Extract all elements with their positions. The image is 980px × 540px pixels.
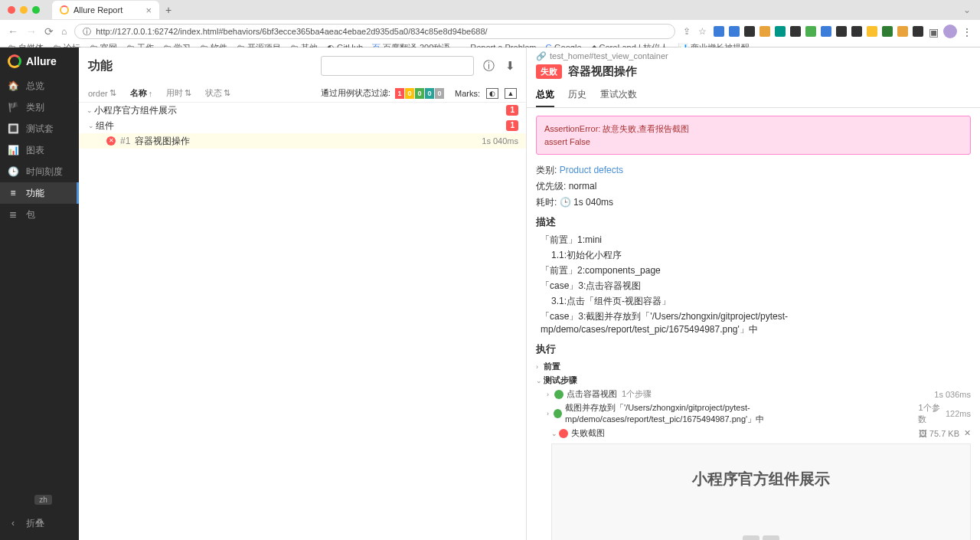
list-icon: ≡ bbox=[8, 188, 18, 198]
ext-icon[interactable] bbox=[760, 26, 770, 37]
sidebar-collapse[interactable]: ‹折叠 bbox=[0, 512, 79, 534]
sort-status[interactable]: 状态 ⇅ bbox=[205, 87, 230, 99]
ext-icon[interactable] bbox=[836, 26, 847, 37]
sidebar-item-overview[interactable]: 🏠总览 bbox=[0, 75, 79, 97]
logo[interactable]: Allure bbox=[0, 47, 79, 75]
info-icon[interactable]: ⓘ bbox=[482, 59, 495, 73]
new-tab-button[interactable]: + bbox=[165, 4, 172, 16]
ext-icon[interactable] bbox=[913, 26, 923, 37]
sort-order[interactable]: order ⇅ bbox=[88, 88, 116, 98]
traffic-min[interactable] bbox=[20, 6, 28, 14]
sidebar-item-suites[interactable]: 🔳测试套 bbox=[0, 118, 79, 139]
ext-icon[interactable] bbox=[775, 26, 786, 37]
desc-line: 1.1:初始化小程序 bbox=[536, 249, 971, 262]
chevron-down-icon[interactable]: ⌄ bbox=[963, 5, 971, 15]
sidebar-item-categories[interactable]: 🏴类别 bbox=[0, 97, 79, 118]
tab-history[interactable]: 历史 bbox=[568, 83, 586, 107]
ext-icon[interactable] bbox=[821, 26, 831, 37]
chevron-right-icon: › bbox=[536, 363, 544, 371]
status-passed-icon bbox=[554, 390, 564, 399]
status-filter-badges[interactable]: 1 0 0 0 0 bbox=[395, 88, 444, 99]
exec-step[interactable]: › 点击容器视图 1个步骤 1s 036ms bbox=[536, 388, 971, 400]
link-icon: 🔗 bbox=[536, 51, 547, 61]
share-icon[interactable]: ⇪ bbox=[683, 26, 694, 37]
sidebar-item-graphs[interactable]: 📊图表 bbox=[0, 139, 79, 161]
tree-feature-row[interactable]: ⌄ 小程序官方组件展示 1 bbox=[79, 103, 526, 118]
ext-icon[interactable] bbox=[805, 26, 816, 37]
allure-logo-icon bbox=[8, 54, 21, 68]
close-icon[interactable]: ✕ bbox=[964, 428, 971, 438]
forward-button[interactable]: → bbox=[26, 25, 37, 38]
tab-close-icon[interactable]: × bbox=[145, 5, 152, 16]
ext-icon[interactable] bbox=[851, 26, 862, 37]
detail-panel: 🔗 test_home#test_view_container 失败 容器视图操… bbox=[527, 47, 980, 540]
language-switch[interactable]: zh bbox=[34, 495, 52, 505]
tree-label: 容器视图操作 bbox=[135, 135, 190, 148]
detail-body[interactable]: AssertionError: 故意失败,查看报告截图 assert False… bbox=[527, 108, 980, 540]
sidebar-item-packages[interactable]: ≣包 bbox=[0, 204, 79, 225]
exec-steps-group[interactable]: ⌄ 测试步骤 bbox=[536, 375, 971, 386]
kebab-menu-icon[interactable]: ⋮ bbox=[962, 26, 972, 37]
tree-test-row[interactable]: ✕ #1 容器视图操作 1s 040ms bbox=[79, 133, 526, 149]
desc-line: 「case」3:截图并存放到「'/Users/zhongxin/gitproje… bbox=[536, 310, 971, 336]
traffic-max[interactable] bbox=[32, 6, 40, 14]
tab-retries[interactable]: 重试次数 bbox=[600, 83, 637, 107]
home-button[interactable]: ⌂ bbox=[61, 26, 67, 37]
breadcrumb-text: test_home#test_view_container bbox=[550, 51, 668, 61]
ext-icon[interactable] bbox=[744, 26, 755, 37]
back-button[interactable]: ← bbox=[8, 25, 18, 38]
browser-chrome: Allure Report × + ⌄ ← → ⟳ ⌂ ⓘ http://127… bbox=[0, 0, 980, 47]
address-bar[interactable]: ⓘ http://127.0.0.1:62742/index.html#beha… bbox=[74, 24, 675, 39]
search-input[interactable] bbox=[321, 56, 474, 76]
ext-icon[interactable] bbox=[729, 26, 740, 37]
layers-icon: ≣ bbox=[8, 209, 18, 220]
chevron-right-icon: › bbox=[547, 410, 554, 417]
tab-overview[interactable]: 总览 bbox=[536, 83, 554, 107]
sort-up-icon: ↑ bbox=[149, 89, 153, 98]
download-icon[interactable]: ⬇ bbox=[503, 59, 517, 73]
filter-broken[interactable]: 0 bbox=[405, 88, 414, 99]
ext-icon[interactable] bbox=[867, 26, 877, 37]
tree-panel: 功能 ⓘ ⬇ order ⇅ 名称 ↑ 用时 ⇅ 状态 ⇅ 通过用例状态过滤: … bbox=[79, 47, 527, 540]
traffic-close[interactable] bbox=[8, 6, 15, 14]
mark-new-icon[interactable]: ▲ bbox=[505, 88, 517, 99]
filter-passed[interactable]: 0 bbox=[415, 88, 424, 99]
browser-tab[interactable]: Allure Report × bbox=[52, 1, 159, 19]
profile-avatar[interactable] bbox=[943, 25, 957, 38]
extensions-menu-icon[interactable]: ▣ bbox=[928, 26, 939, 37]
filter-unknown[interactable]: 0 bbox=[435, 88, 444, 99]
sidebar-item-timeline[interactable]: 🕒时间刻度 bbox=[0, 161, 79, 182]
chevron-down-icon: ⌄ bbox=[88, 122, 96, 129]
window-controls[interactable] bbox=[0, 6, 47, 14]
clock-icon: 🕒 bbox=[560, 197, 571, 208]
marks-label: Marks: bbox=[455, 89, 480, 98]
bookmark-star-icon[interactable]: ☆ bbox=[698, 26, 709, 37]
site-info-icon[interactable]: ⓘ bbox=[83, 26, 91, 38]
sort-name[interactable]: 名称 ↑ bbox=[130, 87, 153, 99]
desc-line: 「前置」1:mini bbox=[536, 234, 971, 247]
error-message: AssertionError: 故意失败,查看报告截图 assert False bbox=[536, 116, 971, 155]
ext-icon[interactable] bbox=[897, 26, 908, 37]
sidebar-item-behaviors[interactable]: ≡功能 bbox=[0, 182, 79, 204]
status-passed-icon bbox=[554, 409, 562, 418]
mark-flaky-icon[interactable]: ◐ bbox=[486, 88, 498, 99]
attachment-row[interactable]: ⌄ 失败截图 🖼 75.7 KB ✕ bbox=[551, 427, 971, 439]
exec-step[interactable]: › 截图并存放到「'/Users/zhongxin/gitproject/pyt… bbox=[536, 402, 971, 425]
filter-skipped[interactable]: 0 bbox=[425, 88, 434, 99]
filter-label: 通过用例状态过滤: bbox=[321, 87, 390, 99]
exec-precondition[interactable]: › 前置 bbox=[536, 361, 971, 372]
filter-failed[interactable]: 1 bbox=[395, 88, 404, 99]
tab-favicon-icon bbox=[60, 5, 69, 15]
panel-title: 功能 bbox=[88, 58, 113, 74]
tree-story-row[interactable]: ⌄ 组件 1 bbox=[79, 118, 526, 133]
flag-icon: 🏴 bbox=[8, 102, 18, 113]
ext-icon[interactable] bbox=[790, 26, 801, 37]
sort-duration[interactable]: 用时 ⇅ bbox=[166, 87, 191, 99]
screenshot-preview[interactable]: 小程序官方组件展示 bbox=[551, 443, 971, 540]
chart-icon: 📊 bbox=[8, 145, 18, 155]
sidebar-bottom: zh ‹折叠 bbox=[0, 494, 79, 540]
ext-icon[interactable] bbox=[714, 26, 724, 37]
ext-icon[interactable] bbox=[882, 26, 893, 37]
reload-button[interactable]: ⟳ bbox=[44, 25, 54, 38]
meta-category: 类别: Product defects bbox=[536, 164, 971, 177]
